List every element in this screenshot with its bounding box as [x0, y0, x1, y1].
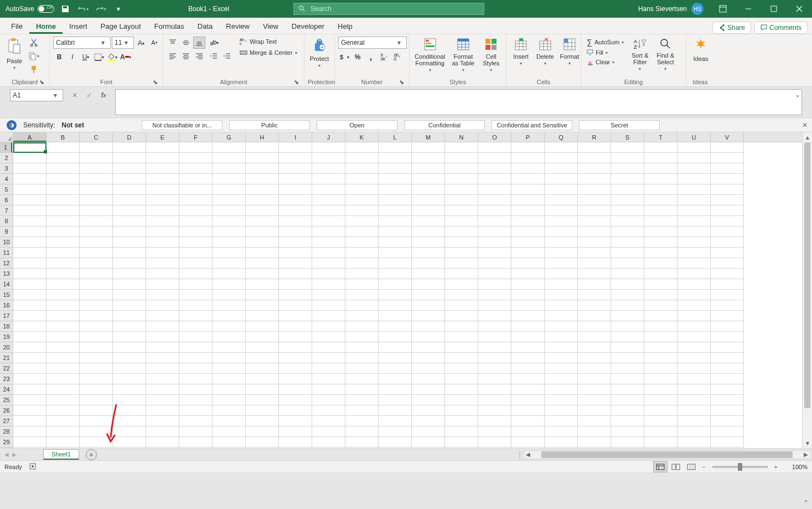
cell-D7[interactable] — [113, 205, 146, 216]
cell-T14[interactable] — [644, 279, 677, 290]
row-header-3[interactable]: 3 — [0, 163, 13, 174]
cell-J22[interactable] — [312, 363, 345, 374]
column-header-O[interactable]: O — [478, 132, 511, 142]
cell-J8[interactable] — [312, 216, 345, 227]
cell-L2[interactable] — [379, 153, 412, 163]
cell-B20[interactable] — [46, 342, 80, 353]
cell-J18[interactable] — [312, 321, 345, 332]
close-icon[interactable] — [787, 0, 812, 18]
cell-I28[interactable] — [279, 426, 312, 437]
cell-L5[interactable] — [379, 184, 412, 195]
cell-H27[interactable] — [246, 416, 279, 426]
cell-G1[interactable] — [213, 142, 246, 153]
cell-K12[interactable] — [345, 258, 379, 269]
cell-H11[interactable] — [246, 248, 279, 258]
cell-E11[interactable] — [146, 248, 179, 258]
cell-H29[interactable] — [246, 437, 279, 448]
cell-B27[interactable] — [46, 416, 80, 426]
save-icon[interactable] — [59, 2, 72, 16]
cell-O9[interactable] — [478, 227, 511, 237]
cell-V17[interactable] — [711, 311, 744, 321]
cell-I21[interactable] — [279, 353, 312, 363]
cell-A14[interactable] — [13, 279, 46, 290]
cell-B17[interactable] — [46, 311, 80, 321]
cell-H16[interactable] — [246, 300, 279, 311]
cell-V19[interactable] — [711, 332, 744, 342]
insert-cells-button[interactable]: Insert▾ — [510, 37, 532, 67]
cell-L3[interactable] — [379, 163, 412, 174]
maximize-icon[interactable] — [761, 0, 787, 18]
cell-D23[interactable] — [113, 374, 146, 384]
cell-L29[interactable] — [379, 437, 412, 448]
cell-N26[interactable] — [445, 405, 478, 416]
column-header-F[interactable]: F — [179, 132, 213, 142]
row-header-10[interactable]: 10 — [0, 237, 13, 248]
cell-M26[interactable] — [412, 405, 445, 416]
cell-U17[interactable] — [677, 311, 711, 321]
cell-J19[interactable] — [312, 332, 345, 342]
cell-E22[interactable] — [146, 363, 179, 374]
cell-T3[interactable] — [644, 163, 677, 174]
cell-A7[interactable] — [13, 205, 46, 216]
cell-A25[interactable] — [13, 395, 46, 405]
cell-N9[interactable] — [445, 227, 478, 237]
cell-A19[interactable] — [13, 332, 46, 342]
cell-A21[interactable] — [13, 353, 46, 363]
cell-Q25[interactable] — [545, 395, 578, 405]
cell-G26[interactable] — [213, 405, 246, 416]
cell-F8[interactable] — [179, 216, 213, 227]
redo-icon[interactable]: ▾ — [94, 2, 107, 16]
menu-developer[interactable]: Developer — [285, 19, 331, 34]
page-break-view-icon[interactable] — [684, 461, 699, 472]
cell-R10[interactable] — [578, 237, 611, 248]
cell-B1[interactable] — [46, 142, 80, 153]
cell-T15[interactable] — [644, 290, 677, 300]
cell-O20[interactable] — [478, 342, 511, 353]
borders-icon[interactable]: ▾ — [93, 51, 105, 63]
cell-N7[interactable] — [445, 205, 478, 216]
cell-Q1[interactable] — [545, 142, 578, 153]
cell-Q24[interactable] — [545, 384, 578, 395]
cell-O29[interactable] — [478, 437, 511, 448]
cell-K21[interactable] — [345, 353, 379, 363]
cell-K28[interactable] — [345, 426, 379, 437]
autosum-button[interactable]: ∑AutoSum▾ — [585, 37, 626, 48]
cell-E20[interactable] — [146, 342, 179, 353]
cell-O4[interactable] — [478, 174, 511, 184]
autosave-toggle[interactable]: AutoSave Off — [6, 5, 54, 13]
cell-G8[interactable] — [213, 216, 246, 227]
cell-N27[interactable] — [445, 416, 478, 426]
row-header-11[interactable]: 11 — [0, 248, 13, 258]
cell-E19[interactable] — [146, 332, 179, 342]
cell-C6[interactable] — [80, 195, 113, 205]
sensitivity-option-4[interactable]: Confidential and Sensitive — [492, 120, 572, 130]
sort-filter-button[interactable]: AZ Sort & Filter▾ — [628, 37, 651, 73]
cell-V20[interactable] — [711, 342, 744, 353]
cell-F18[interactable] — [179, 321, 213, 332]
cell-B26[interactable] — [46, 405, 80, 416]
cell-E27[interactable] — [146, 416, 179, 426]
cell-D14[interactable] — [113, 279, 146, 290]
cell-G7[interactable] — [213, 205, 246, 216]
cell-O15[interactable] — [478, 290, 511, 300]
cell-B8[interactable] — [46, 216, 80, 227]
cell-A23[interactable] — [13, 374, 46, 384]
cell-S29[interactable] — [611, 437, 644, 448]
cell-I25[interactable] — [279, 395, 312, 405]
cell-H17[interactable] — [246, 311, 279, 321]
cell-R28[interactable] — [578, 426, 611, 437]
cell-N28[interactable] — [445, 426, 478, 437]
cell-H6[interactable] — [246, 195, 279, 205]
cell-D27[interactable] — [113, 416, 146, 426]
cells-area[interactable] — [13, 142, 802, 448]
cell-R20[interactable] — [578, 342, 611, 353]
column-header-R[interactable]: R — [578, 132, 611, 142]
cell-M21[interactable] — [412, 353, 445, 363]
cell-T6[interactable] — [644, 195, 677, 205]
decrease-font-icon[interactable]: A▾ — [148, 37, 161, 49]
cell-F6[interactable] — [179, 195, 213, 205]
horizontal-scroll-thumb[interactable] — [541, 451, 793, 458]
decrease-decimal-icon[interactable]: .00.0 — [391, 51, 404, 63]
cell-O21[interactable] — [478, 353, 511, 363]
cell-S10[interactable] — [611, 237, 644, 248]
